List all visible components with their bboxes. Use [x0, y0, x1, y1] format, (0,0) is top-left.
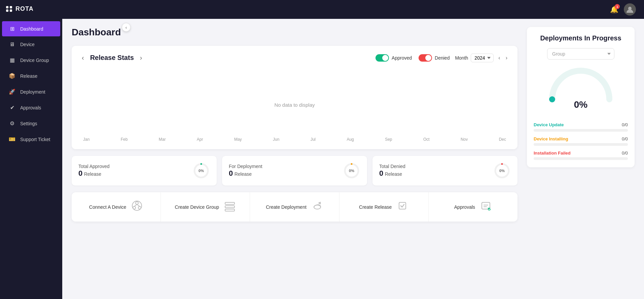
- summary-card-count: 0: [229, 169, 233, 177]
- year-select[interactable]: 2024 2023: [471, 54, 494, 62]
- gauge-svg: [547, 66, 614, 103]
- approved-toggle[interactable]: [375, 54, 389, 62]
- svg-point-8: [136, 202, 138, 204]
- sidebar-item-settings[interactable]: ⚙ Settings: [2, 116, 60, 131]
- connect-device-icon: [131, 200, 143, 214]
- logo-icon: [6, 6, 12, 12]
- quick-action-label: Connect A Device: [89, 204, 127, 210]
- app-name: ROTA: [15, 5, 34, 12]
- sidebar-item-release[interactable]: 📦 Release: [2, 68, 60, 84]
- progress-item-label: Device Installing: [534, 136, 568, 141]
- approved-label: Approved: [392, 55, 412, 61]
- denied-label: Denied: [435, 55, 450, 61]
- no-data-text: No data to display: [274, 102, 315, 108]
- denied-toggle[interactable]: [419, 54, 432, 62]
- topbar: 🔔 1: [62, 0, 644, 19]
- toggle-row: Approved Denied: [375, 54, 450, 62]
- progress-item-device-update: Device Update 0/0: [534, 122, 628, 132]
- deployments-title: Deployments In Progress: [534, 34, 628, 42]
- chart-month-label: Jul: [311, 137, 316, 142]
- sidebar-item-approvals[interactable]: ✔ Approvals: [2, 100, 60, 115]
- stats-prev-button[interactable]: ‹: [80, 53, 86, 62]
- progress-bar-bg: [534, 143, 628, 146]
- summary-card-unit: Release: [235, 171, 252, 177]
- donut-container: 0%: [493, 162, 511, 179]
- quick-action-label: Create Deployment: [266, 204, 307, 210]
- deployments-panel: Deployments In Progress Group 0%: [527, 27, 635, 167]
- group-select[interactable]: Group: [547, 48, 614, 60]
- approvals-icon: ✔: [9, 104, 15, 111]
- chart-month-label: Aug: [347, 137, 354, 142]
- gauge-percent: 0%: [574, 99, 587, 110]
- quick-action-approvals[interactable]: Approvals: [429, 192, 517, 222]
- summary-card-label: Total Approved: [78, 164, 110, 169]
- user-avatar[interactable]: [624, 3, 636, 15]
- stats-next-button[interactable]: ›: [138, 53, 144, 62]
- quick-action-connect-device[interactable]: Connect A Device: [72, 192, 161, 222]
- sidebar-item-label: Device: [20, 42, 35, 47]
- sidebar-item-dashboard[interactable]: ⊞ Dashboard: [2, 21, 60, 36]
- quick-action-label: Create Device Group: [175, 204, 219, 210]
- progress-item-value: 0/0: [622, 136, 628, 141]
- summary-card-count: 0: [78, 169, 82, 177]
- page-title: Dashboard: [72, 27, 517, 38]
- quick-action-create-deployment[interactable]: Create Deployment: [250, 192, 339, 222]
- date-filter: Month 2024 2023 ‹ ›: [455, 54, 509, 62]
- quick-action-create-device-group[interactable]: Create Device Group: [161, 192, 250, 222]
- quick-action-create-release[interactable]: Create Release: [339, 192, 429, 222]
- sidebar-item-label: Release: [20, 73, 37, 79]
- release-stats-card: ‹ Release Stats › Approved: [72, 46, 517, 149]
- svg-rect-17: [399, 202, 406, 209]
- device-group-icon: ▦: [9, 57, 15, 63]
- stats-controls: Approved Denied Month: [375, 54, 509, 62]
- summary-card-info: Total Approved 0 Release: [78, 164, 110, 178]
- svg-rect-14: [225, 206, 235, 208]
- device-icon: 🖥: [9, 41, 15, 47]
- stats-title: Release Stats: [90, 54, 134, 62]
- chart-month-label: Apr: [197, 137, 203, 142]
- sidebar-item-deployment[interactable]: 🚀 Deployment: [2, 84, 60, 99]
- chart-month-label: Feb: [121, 137, 128, 142]
- chart-prev-button[interactable]: ‹: [496, 54, 502, 62]
- chart-x-axis: JanFebMarAprMayJunJulAugSepOctNovDec: [80, 137, 509, 142]
- sidebar-item-device-group[interactable]: ▦ Device Group: [2, 53, 60, 68]
- progress-item-header: Installation Failed 0/0: [534, 151, 628, 156]
- main-area: ‹ 🔔 1 Dashboard ‹ Release Stats ›: [62, 0, 644, 299]
- svg-point-9: [133, 206, 136, 209]
- sidebar-collapse-button[interactable]: ‹: [122, 23, 131, 32]
- chart-month-label: Jan: [83, 137, 90, 142]
- sidebar-item-support-ticket[interactable]: 🎫 Support Ticket: [2, 132, 60, 147]
- summary-card-0: Total Approved 0 Release 0%: [72, 156, 217, 186]
- chart-month-label: May: [234, 137, 242, 142]
- summary-card-1: For Deployment 0 Release 0%: [222, 156, 367, 186]
- release-icon: 📦: [9, 73, 15, 79]
- quick-action-label: Create Release: [359, 204, 392, 210]
- settings-icon: ⚙: [9, 120, 15, 127]
- progress-item-label: Device Update: [534, 122, 564, 127]
- donut-label: 0%: [349, 169, 354, 173]
- group-select-wrapper: Group: [534, 48, 628, 60]
- summary-card-info: Total Denied 0 Release: [379, 164, 405, 178]
- stats-header: ‹ Release Stats › Approved: [80, 53, 509, 62]
- deployment-icon: 🚀: [9, 89, 15, 95]
- sidebar-item-device[interactable]: 🖥 Device: [2, 37, 60, 52]
- chart-next-button[interactable]: ›: [504, 54, 509, 62]
- summary-cards: Total Approved 0 Release 0% For Deployme…: [72, 156, 517, 186]
- svg-point-10: [138, 206, 141, 209]
- svg-line-11: [134, 204, 137, 206]
- sidebar-item-label: Deployment: [20, 89, 45, 95]
- chart-month-label: Oct: [423, 137, 430, 142]
- chart-month-label: Sep: [385, 137, 392, 142]
- sidebar-item-label: Approvals: [20, 105, 41, 110]
- progress-item-label: Installation Failed: [534, 151, 571, 156]
- progress-item-header: Device Update 0/0: [534, 122, 628, 127]
- svg-rect-13: [225, 202, 235, 204]
- quick-actions: Connect A Device Create Device Group Cre…: [72, 192, 517, 222]
- summary-card-label: Total Denied: [379, 164, 405, 169]
- summary-card-info: For Deployment 0 Release: [229, 164, 262, 178]
- progress-bar-bg: [534, 157, 628, 160]
- notification-bell[interactable]: 🔔 1: [610, 5, 618, 13]
- sidebar-item-label: Dashboard: [20, 26, 43, 32]
- content-right: Deployments In Progress Group 0%: [527, 27, 635, 291]
- approved-toggle-item: Approved: [375, 54, 412, 62]
